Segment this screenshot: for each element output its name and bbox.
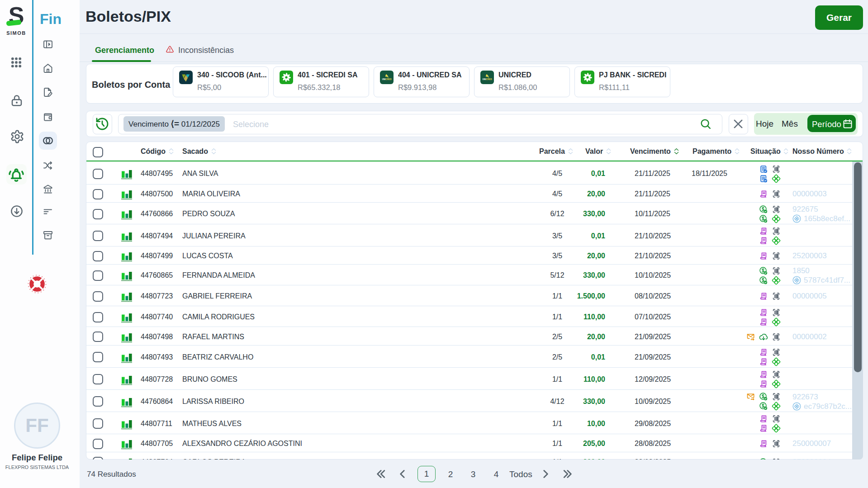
svg-text:UNICRED: UNICRED: [483, 78, 493, 81]
svg-text:UNICRED: UNICRED: [382, 78, 392, 81]
